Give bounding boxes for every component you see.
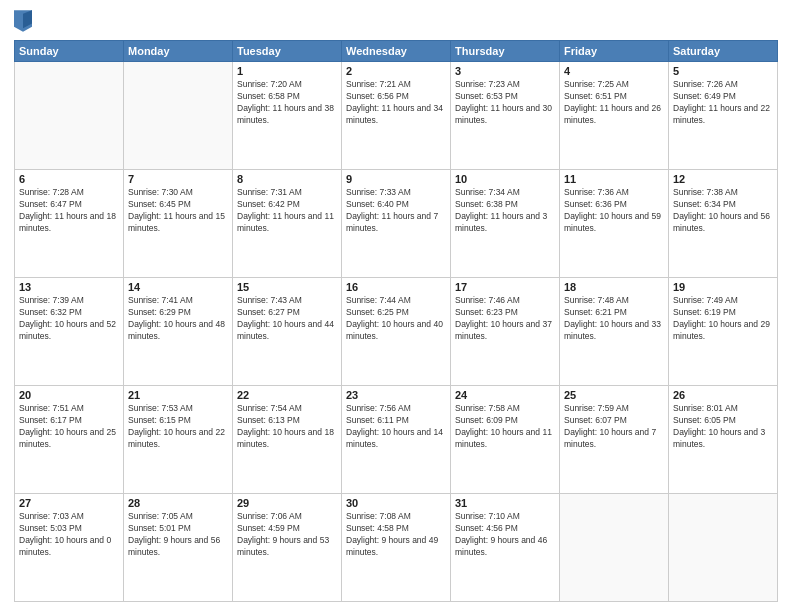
day-number: 5 <box>673 65 773 77</box>
day-info: Sunrise: 7:05 AM Sunset: 5:01 PM Dayligh… <box>128 511 228 559</box>
day-cell: 24Sunrise: 7:58 AM Sunset: 6:09 PM Dayli… <box>451 386 560 494</box>
day-cell: 29Sunrise: 7:06 AM Sunset: 4:59 PM Dayli… <box>233 494 342 602</box>
day-cell: 15Sunrise: 7:43 AM Sunset: 6:27 PM Dayli… <box>233 278 342 386</box>
day-info: Sunrise: 8:01 AM Sunset: 6:05 PM Dayligh… <box>673 403 773 451</box>
day-number: 2 <box>346 65 446 77</box>
day-cell: 9Sunrise: 7:33 AM Sunset: 6:40 PM Daylig… <box>342 170 451 278</box>
week-row-5: 27Sunrise: 7:03 AM Sunset: 5:03 PM Dayli… <box>15 494 778 602</box>
day-info: Sunrise: 7:31 AM Sunset: 6:42 PM Dayligh… <box>237 187 337 235</box>
day-cell: 16Sunrise: 7:44 AM Sunset: 6:25 PM Dayli… <box>342 278 451 386</box>
day-cell: 11Sunrise: 7:36 AM Sunset: 6:36 PM Dayli… <box>560 170 669 278</box>
weekday-header-sunday: Sunday <box>15 41 124 62</box>
day-number: 15 <box>237 281 337 293</box>
day-number: 4 <box>564 65 664 77</box>
day-number: 18 <box>564 281 664 293</box>
day-cell: 27Sunrise: 7:03 AM Sunset: 5:03 PM Dayli… <box>15 494 124 602</box>
day-cell: 26Sunrise: 8:01 AM Sunset: 6:05 PM Dayli… <box>669 386 778 494</box>
day-cell: 22Sunrise: 7:54 AM Sunset: 6:13 PM Dayli… <box>233 386 342 494</box>
day-info: Sunrise: 7:44 AM Sunset: 6:25 PM Dayligh… <box>346 295 446 343</box>
day-cell: 5Sunrise: 7:26 AM Sunset: 6:49 PM Daylig… <box>669 62 778 170</box>
week-row-2: 6Sunrise: 7:28 AM Sunset: 6:47 PM Daylig… <box>15 170 778 278</box>
week-row-3: 13Sunrise: 7:39 AM Sunset: 6:32 PM Dayli… <box>15 278 778 386</box>
day-number: 25 <box>564 389 664 401</box>
day-cell <box>15 62 124 170</box>
day-number: 11 <box>564 173 664 185</box>
day-number: 7 <box>128 173 228 185</box>
day-cell: 2Sunrise: 7:21 AM Sunset: 6:56 PM Daylig… <box>342 62 451 170</box>
day-number: 12 <box>673 173 773 185</box>
day-cell: 12Sunrise: 7:38 AM Sunset: 6:34 PM Dayli… <box>669 170 778 278</box>
day-cell: 19Sunrise: 7:49 AM Sunset: 6:19 PM Dayli… <box>669 278 778 386</box>
day-info: Sunrise: 7:03 AM Sunset: 5:03 PM Dayligh… <box>19 511 119 559</box>
day-number: 28 <box>128 497 228 509</box>
day-info: Sunrise: 7:23 AM Sunset: 6:53 PM Dayligh… <box>455 79 555 127</box>
day-number: 14 <box>128 281 228 293</box>
day-info: Sunrise: 7:38 AM Sunset: 6:34 PM Dayligh… <box>673 187 773 235</box>
day-cell: 10Sunrise: 7:34 AM Sunset: 6:38 PM Dayli… <box>451 170 560 278</box>
day-number: 16 <box>346 281 446 293</box>
day-info: Sunrise: 7:41 AM Sunset: 6:29 PM Dayligh… <box>128 295 228 343</box>
day-cell: 17Sunrise: 7:46 AM Sunset: 6:23 PM Dayli… <box>451 278 560 386</box>
day-number: 29 <box>237 497 337 509</box>
day-cell: 25Sunrise: 7:59 AM Sunset: 6:07 PM Dayli… <box>560 386 669 494</box>
day-info: Sunrise: 7:21 AM Sunset: 6:56 PM Dayligh… <box>346 79 446 127</box>
day-cell: 23Sunrise: 7:56 AM Sunset: 6:11 PM Dayli… <box>342 386 451 494</box>
day-info: Sunrise: 7:06 AM Sunset: 4:59 PM Dayligh… <box>237 511 337 559</box>
day-info: Sunrise: 7:49 AM Sunset: 6:19 PM Dayligh… <box>673 295 773 343</box>
day-info: Sunrise: 7:51 AM Sunset: 6:17 PM Dayligh… <box>19 403 119 451</box>
day-number: 22 <box>237 389 337 401</box>
day-number: 6 <box>19 173 119 185</box>
day-info: Sunrise: 7:25 AM Sunset: 6:51 PM Dayligh… <box>564 79 664 127</box>
day-number: 27 <box>19 497 119 509</box>
day-info: Sunrise: 7:34 AM Sunset: 6:38 PM Dayligh… <box>455 187 555 235</box>
day-cell: 20Sunrise: 7:51 AM Sunset: 6:17 PM Dayli… <box>15 386 124 494</box>
day-cell: 13Sunrise: 7:39 AM Sunset: 6:32 PM Dayli… <box>15 278 124 386</box>
day-number: 9 <box>346 173 446 185</box>
calendar-body: 1Sunrise: 7:20 AM Sunset: 6:58 PM Daylig… <box>15 62 778 602</box>
day-cell: 3Sunrise: 7:23 AM Sunset: 6:53 PM Daylig… <box>451 62 560 170</box>
day-info: Sunrise: 7:48 AM Sunset: 6:21 PM Dayligh… <box>564 295 664 343</box>
day-cell: 30Sunrise: 7:08 AM Sunset: 4:58 PM Dayli… <box>342 494 451 602</box>
week-row-4: 20Sunrise: 7:51 AM Sunset: 6:17 PM Dayli… <box>15 386 778 494</box>
day-cell <box>124 62 233 170</box>
day-cell: 31Sunrise: 7:10 AM Sunset: 4:56 PM Dayli… <box>451 494 560 602</box>
day-number: 19 <box>673 281 773 293</box>
day-number: 10 <box>455 173 555 185</box>
day-info: Sunrise: 7:20 AM Sunset: 6:58 PM Dayligh… <box>237 79 337 127</box>
day-number: 3 <box>455 65 555 77</box>
day-info: Sunrise: 7:53 AM Sunset: 6:15 PM Dayligh… <box>128 403 228 451</box>
day-number: 20 <box>19 389 119 401</box>
calendar-header: SundayMondayTuesdayWednesdayThursdayFrid… <box>15 41 778 62</box>
weekday-header-saturday: Saturday <box>669 41 778 62</box>
day-info: Sunrise: 7:26 AM Sunset: 6:49 PM Dayligh… <box>673 79 773 127</box>
day-number: 31 <box>455 497 555 509</box>
day-info: Sunrise: 7:08 AM Sunset: 4:58 PM Dayligh… <box>346 511 446 559</box>
day-number: 1 <box>237 65 337 77</box>
day-info: Sunrise: 7:43 AM Sunset: 6:27 PM Dayligh… <box>237 295 337 343</box>
day-cell: 6Sunrise: 7:28 AM Sunset: 6:47 PM Daylig… <box>15 170 124 278</box>
day-info: Sunrise: 7:58 AM Sunset: 6:09 PM Dayligh… <box>455 403 555 451</box>
day-number: 13 <box>19 281 119 293</box>
day-info: Sunrise: 7:30 AM Sunset: 6:45 PM Dayligh… <box>128 187 228 235</box>
day-cell: 21Sunrise: 7:53 AM Sunset: 6:15 PM Dayli… <box>124 386 233 494</box>
day-number: 17 <box>455 281 555 293</box>
header <box>14 10 778 32</box>
day-cell: 4Sunrise: 7:25 AM Sunset: 6:51 PM Daylig… <box>560 62 669 170</box>
weekday-header-friday: Friday <box>560 41 669 62</box>
weekday-row: SundayMondayTuesdayWednesdayThursdayFrid… <box>15 41 778 62</box>
calendar-table: SundayMondayTuesdayWednesdayThursdayFrid… <box>14 40 778 602</box>
logo-icon <box>14 10 32 32</box>
week-row-1: 1Sunrise: 7:20 AM Sunset: 6:58 PM Daylig… <box>15 62 778 170</box>
day-info: Sunrise: 7:56 AM Sunset: 6:11 PM Dayligh… <box>346 403 446 451</box>
weekday-header-thursday: Thursday <box>451 41 560 62</box>
day-cell: 28Sunrise: 7:05 AM Sunset: 5:01 PM Dayli… <box>124 494 233 602</box>
day-cell: 8Sunrise: 7:31 AM Sunset: 6:42 PM Daylig… <box>233 170 342 278</box>
day-number: 24 <box>455 389 555 401</box>
day-cell: 14Sunrise: 7:41 AM Sunset: 6:29 PM Dayli… <box>124 278 233 386</box>
day-number: 8 <box>237 173 337 185</box>
day-cell: 7Sunrise: 7:30 AM Sunset: 6:45 PM Daylig… <box>124 170 233 278</box>
day-info: Sunrise: 7:46 AM Sunset: 6:23 PM Dayligh… <box>455 295 555 343</box>
day-number: 26 <box>673 389 773 401</box>
day-info: Sunrise: 7:10 AM Sunset: 4:56 PM Dayligh… <box>455 511 555 559</box>
day-info: Sunrise: 7:54 AM Sunset: 6:13 PM Dayligh… <box>237 403 337 451</box>
